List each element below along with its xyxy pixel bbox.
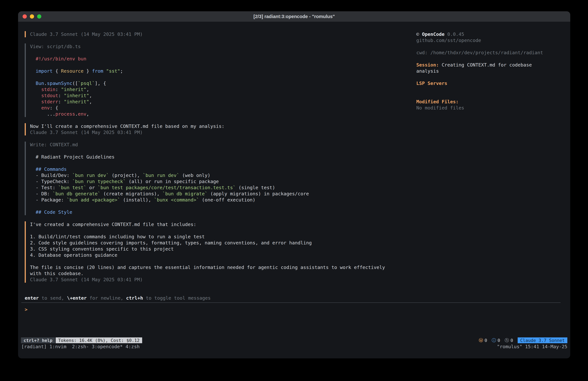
text-line: © OpenCode 0.0.45	[416, 31, 558, 37]
text-segment: `bun run typecheck`	[72, 179, 126, 184]
close-window-button[interactable]	[22, 14, 27, 19]
text-segment: No modified files	[416, 105, 464, 111]
text-line	[30, 62, 412, 68]
text-line	[30, 258, 412, 264]
text-line: No modified files	[416, 105, 558, 111]
text-segment: #!/usr/bin/env bun	[30, 56, 86, 62]
text-line: Session: Creating CONTEXT.md for codebas…	[416, 62, 558, 68]
assistant-message-block: Now I'll create a comprehensive CONTEXT.…	[25, 123, 412, 135]
status-bar-right: Ⓦ 0 ⓘ 0 ⓗ 0 Claude 3.7 Sonnet	[479, 337, 567, 343]
text-segment: analysis	[416, 68, 439, 74]
text-segment: LSP Servers	[416, 81, 447, 86]
text-line: 2. Code style guidelines covering import…	[30, 240, 412, 246]
keybind-help: enter to send, \+enter for newline, ctrl…	[21, 295, 561, 301]
text-line: stdin: "inherit",	[30, 86, 412, 92]
text-segment: }	[84, 68, 92, 74]
text-segment: github.com/sst/opencode	[416, 38, 481, 43]
chat-history[interactable]: Claude 3.7 Sonnet (14 May 2025 03:41 PM)…	[25, 31, 412, 283]
text-segment: from	[92, 68, 103, 74]
text-line: cwd: /home/thdxr/dev/projects/radiant/ra…	[416, 49, 558, 56]
text-segment: (create migrations),	[101, 191, 163, 197]
text-segment	[103, 68, 106, 74]
text-segment: - Build/Dev:	[30, 173, 72, 178]
text-segment: 4. Database operations guidance	[30, 252, 117, 258]
text-line: analysis	[416, 68, 558, 74]
window-title: [2/3] radiant:3:opencode - "romulus"	[253, 14, 335, 19]
prompt-input[interactable]: >	[21, 306, 561, 313]
text-segment: 2. Code style guidelines covering import…	[30, 240, 312, 246]
text-line: 1. Build/lint/test commands including ho…	[30, 234, 412, 240]
text-line: # Radiant Project Guidelines	[30, 154, 412, 160]
tokens-cost-chip: Tokens: 16.4K (8%), Cost: $0.12	[56, 337, 142, 343]
text-segment: (single test)	[236, 185, 275, 190]
model-badge[interactable]: Claude 3.7 Sonnet	[518, 337, 567, 343]
session-sidebar: © OpenCode 0.0.45github.com/sst/opencode…	[416, 31, 558, 111]
text-segment: The file is concise (20 lines) and captu…	[30, 265, 385, 270]
text-segment: `bun db migrate`	[163, 191, 208, 197]
text-segment: import	[36, 68, 53, 74]
text-segment: ## Commands	[36, 166, 67, 172]
text-segment: `bun run dev`	[143, 173, 179, 178]
text-segment: env	[41, 105, 50, 111]
text-segment: enter	[25, 295, 39, 301]
text-segment	[30, 99, 41, 104]
text-segment: ctrl+h	[126, 295, 143, 301]
zoom-window-button[interactable]	[37, 14, 41, 19]
text-segment: .	[75, 111, 78, 117]
text-line: with this codebase.	[30, 270, 412, 277]
text-segment: ], {	[95, 81, 106, 86]
text-segment: :	[58, 93, 64, 98]
text-segment: `bun test packages/core/test/transaction…	[98, 185, 236, 190]
input-area: enter to send, \+enter for newline, ctrl…	[21, 295, 561, 313]
help-shortcut-chip[interactable]: ctrl+? help	[21, 337, 55, 343]
text-line: ...process.env,	[30, 111, 412, 117]
text-segment: `bun test`	[58, 185, 86, 190]
text-segment: "inherit"	[64, 93, 89, 98]
text-segment: env	[78, 111, 86, 117]
text-line: Now I'll create a comprehensive CONTEXT.…	[30, 123, 412, 129]
text-segment: spawnSync	[47, 81, 72, 86]
minimize-window-button[interactable]	[30, 14, 34, 19]
tool-write-block: Write: CONTEXT.md # Radiant Project Guid…	[25, 142, 412, 215]
text-segment: :	[58, 99, 64, 104]
text-line	[416, 44, 558, 49]
text-segment: with this codebase.	[30, 271, 84, 276]
text-segment: process	[55, 111, 75, 117]
text-line: - Build/Dev: `bun run dev` (project), `b…	[30, 172, 412, 179]
text-segment: "inherit"	[61, 87, 86, 92]
text-line: github.com/sst/opencode	[416, 37, 558, 44]
text-segment: 1. Build/lint/test commands including ho…	[30, 234, 205, 239]
text-line: Claude 3.7 Sonnet (14 May 2025 03:41 PM)	[30, 277, 412, 283]
text-line: ## Code Style	[30, 209, 412, 215]
text-segment: Modified Files:	[416, 99, 459, 104]
text-line: #!/usr/bin/env bun	[30, 56, 412, 62]
text-segment: # Radiant Project Guidelines	[30, 154, 115, 160]
hint-count: 0	[510, 338, 513, 343]
text-line: - DB: `bun db generate` (create migratio…	[30, 191, 412, 197]
text-line: 4. Database operations guidance	[30, 252, 412, 258]
text-line: Bun.spawnSync([`psql`], {	[30, 80, 412, 86]
text-segment: ©	[416, 31, 422, 37]
text-line: Claude 3.7 Sonnet (14 May 2025 03:41 PM)	[30, 129, 412, 135]
text-segment: Bun	[36, 81, 44, 86]
text-segment: I've created a comprehensive CONTEXT.md …	[30, 222, 196, 227]
text-line	[30, 49, 412, 56]
text-segment: - Test:	[30, 185, 58, 190]
text-segment: "sst"	[106, 68, 120, 74]
assistant-message-block: I've created a comprehensive CONTEXT.md …	[25, 221, 412, 283]
text-segment	[30, 166, 36, 172]
text-segment: ...	[30, 111, 55, 117]
text-segment: Now I'll create a comprehensive CONTEXT.…	[30, 124, 225, 129]
text-line	[30, 227, 412, 234]
text-segment: - Package:	[30, 197, 67, 202]
hint-icon: ⓗ	[504, 337, 509, 343]
text-line: View: script/db.ts	[30, 44, 412, 49]
tmux-window-list[interactable]: [radiant] 1:nvim 2:zsh- 3:opencode* 4:zs…	[21, 344, 140, 350]
window-titlebar[interactable]: [2/3] radiant:3:opencode - "romulus"	[18, 11, 570, 22]
tmux-session-info: "romulus" 15:41 14-May-25	[497, 344, 567, 350]
text-line: 3. CSS styling conventions specific to t…	[30, 246, 412, 252]
text-segment: `bunx <command>`	[154, 197, 199, 202]
text-segment	[30, 81, 36, 86]
tmux-status-bar: [radiant] 1:nvim 2:zsh- 3:opencode* 4:zs…	[21, 344, 567, 350]
text-line	[30, 160, 412, 166]
